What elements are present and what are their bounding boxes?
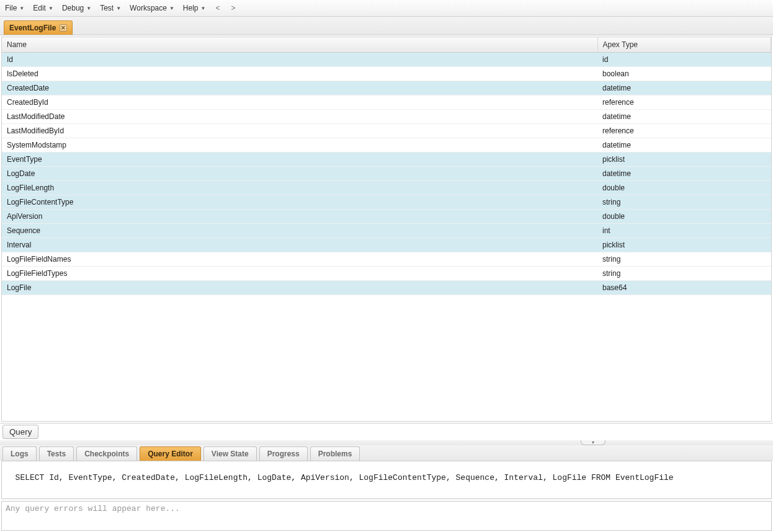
panel-collapse-handle[interactable]: ▼ bbox=[581, 440, 605, 445]
errors-placeholder: Any query errors will appear here... bbox=[6, 504, 180, 513]
menubar: File▼Edit▼Debug▼Test▼Workspace▼Help▼<> bbox=[0, 0, 773, 17]
cell-name: LogFileLength bbox=[2, 181, 597, 195]
cell-name: CreatedById bbox=[2, 95, 597, 110]
table-row[interactable]: CreatedByIdreference bbox=[2, 95, 771, 110]
cell-type: datetime bbox=[597, 167, 771, 181]
cell-name: LogDate bbox=[2, 167, 597, 181]
cell-name: LogFileContentType bbox=[2, 195, 597, 210]
doc-tab-eventlogfile[interactable]: EventLogFile ✕ bbox=[4, 20, 73, 35]
table-row[interactable]: EventTypepicklist bbox=[2, 153, 771, 167]
chevron-down-icon: ▼ bbox=[19, 6, 24, 11]
cell-type: datetime bbox=[597, 81, 771, 95]
bottom-tabbar: LogsTestsCheckpointsQuery EditorView Sta… bbox=[0, 445, 773, 461]
menu-label: Debug bbox=[62, 4, 84, 12]
menu-debug[interactable]: Debug▼ bbox=[62, 4, 91, 12]
close-icon[interactable]: ✕ bbox=[60, 24, 67, 32]
cell-type: datetime bbox=[597, 138, 771, 153]
table-wrap: Name Apex Type IdidIsDeletedbooleanCreat… bbox=[1, 37, 772, 422]
cell-name: LogFile bbox=[2, 281, 597, 295]
doc-tab-label: EventLogFile bbox=[9, 24, 56, 32]
table-row[interactable]: ApiVersiondouble bbox=[2, 210, 771, 224]
cell-type: int bbox=[597, 224, 771, 238]
menu-label: Test bbox=[100, 4, 114, 12]
tab-progress[interactable]: Progress bbox=[259, 446, 308, 461]
cell-type: reference bbox=[597, 95, 771, 110]
doc-tabbar: EventLogFile ✕ bbox=[0, 17, 773, 35]
cell-type: base64 bbox=[597, 281, 771, 295]
cell-type: id bbox=[597, 53, 771, 67]
chevron-down-icon: ▼ bbox=[116, 6, 121, 11]
cell-name: LogFileFieldNames bbox=[2, 252, 597, 267]
query-errors-panel: Any query errors will appear here... bbox=[1, 501, 772, 531]
col-header-name[interactable]: Name bbox=[2, 37, 597, 53]
cell-name: Interval bbox=[2, 238, 597, 252]
table-row[interactable]: LogFileLengthdouble bbox=[2, 181, 771, 195]
query-button-row: Query bbox=[0, 423, 773, 440]
cell-type: picklist bbox=[597, 153, 771, 167]
menu-label: Help bbox=[183, 4, 199, 12]
cell-name: Sequence bbox=[2, 224, 597, 238]
table-row[interactable]: LogFileContentTypestring bbox=[2, 195, 771, 210]
table-row[interactable]: LastModifiedDatedatetime bbox=[2, 110, 771, 124]
tab-tests[interactable]: Tests bbox=[39, 446, 74, 461]
query-editor-text: SELECT Id, EventType, CreatedDate, LogFi… bbox=[16, 473, 674, 482]
query-button[interactable]: Query bbox=[2, 425, 38, 439]
cell-name: Id bbox=[2, 53, 597, 67]
cell-type: double bbox=[597, 181, 771, 195]
menu-help[interactable]: Help▼ bbox=[183, 4, 206, 12]
query-editor-textarea[interactable]: SELECT Id, EventType, CreatedDate, LogFi… bbox=[1, 461, 772, 499]
cell-name: SystemModstamp bbox=[2, 138, 597, 153]
tab-problems[interactable]: Problems bbox=[310, 446, 360, 461]
table-row[interactable]: SystemModstampdatetime bbox=[2, 138, 771, 153]
menu-label: File bbox=[5, 4, 17, 12]
cell-name: LastModifiedById bbox=[2, 124, 597, 138]
nav-back-button[interactable]: < bbox=[214, 4, 221, 12]
chevron-down-icon: ▼ bbox=[86, 6, 91, 11]
cell-name: ApiVersion bbox=[2, 210, 597, 224]
table-row[interactable]: Intervalpicklist bbox=[2, 238, 771, 252]
col-header-type[interactable]: Apex Type bbox=[597, 37, 771, 53]
table-header-row: Name Apex Type bbox=[2, 37, 771, 53]
tab-logs[interactable]: Logs bbox=[2, 446, 37, 461]
menu-test[interactable]: Test▼ bbox=[100, 4, 121, 12]
table-row[interactable]: LogFilebase64 bbox=[2, 281, 771, 295]
cell-name: LogFileFieldTypes bbox=[2, 267, 597, 281]
menu-label: Workspace bbox=[130, 4, 167, 12]
menu-label: Edit bbox=[33, 4, 46, 12]
cell-type: boolean bbox=[597, 67, 771, 81]
table-row[interactable]: LastModifiedByIdreference bbox=[2, 124, 771, 138]
cell-type: picklist bbox=[597, 238, 771, 252]
menu-workspace[interactable]: Workspace▼ bbox=[130, 4, 174, 12]
nav-forward-button[interactable]: > bbox=[230, 4, 236, 12]
cell-type: reference bbox=[597, 124, 771, 138]
tab-checkpoints[interactable]: Checkpoints bbox=[76, 446, 137, 461]
menu-edit[interactable]: Edit▼ bbox=[33, 4, 53, 12]
cell-name: CreatedDate bbox=[2, 81, 597, 95]
table-row[interactable]: LogDatedatetime bbox=[2, 167, 771, 181]
tab-query-editor[interactable]: Query Editor bbox=[140, 446, 201, 461]
table-row[interactable]: CreatedDatedatetime bbox=[2, 81, 771, 95]
chevron-down-icon: ▼ bbox=[201, 6, 206, 11]
chevron-down-icon: ▼ bbox=[48, 6, 53, 11]
cell-type: string bbox=[597, 267, 771, 281]
fields-table: Name Apex Type IdidIsDeletedbooleanCreat… bbox=[2, 37, 771, 295]
table-row[interactable]: Idid bbox=[2, 53, 771, 67]
tab-view-state[interactable]: View State bbox=[203, 446, 257, 461]
table-row[interactable]: LogFileFieldTypesstring bbox=[2, 267, 771, 281]
table-row[interactable]: IsDeletedboolean bbox=[2, 67, 771, 81]
cell-type: datetime bbox=[597, 110, 771, 124]
table-row[interactable]: Sequenceint bbox=[2, 224, 771, 238]
table-row[interactable]: LogFileFieldNamesstring bbox=[2, 252, 771, 267]
cell-name: EventType bbox=[2, 153, 597, 167]
cell-type: double bbox=[597, 210, 771, 224]
cell-type: string bbox=[597, 195, 771, 210]
chevron-down-icon: ▼ bbox=[169, 6, 174, 11]
menu-file[interactable]: File▼ bbox=[5, 4, 24, 12]
cell-type: string bbox=[597, 252, 771, 267]
cell-name: LastModifiedDate bbox=[2, 110, 597, 124]
cell-name: IsDeleted bbox=[2, 67, 597, 81]
